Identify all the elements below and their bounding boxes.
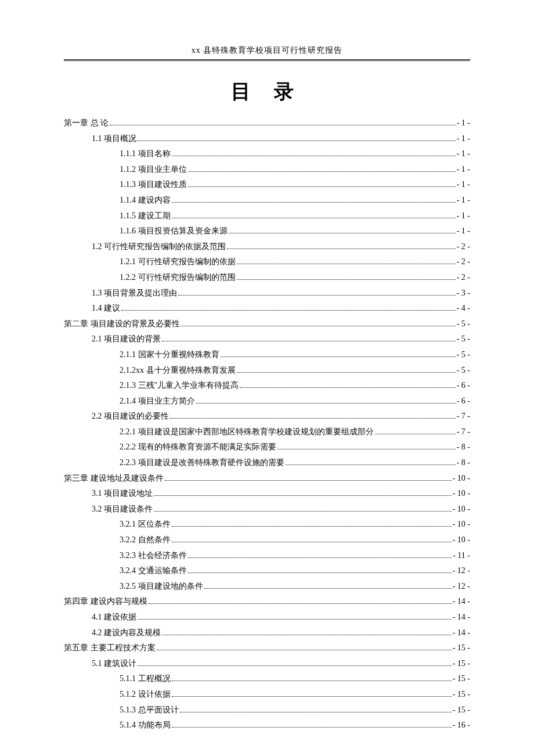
toc-leader-dots — [172, 727, 452, 728]
toc-entry-label: 5.1.3 总平面设计 — [120, 703, 179, 718]
toc-entry-page: - 14 - — [453, 625, 470, 641]
toc-entry-label: 第一章 总 论 — [64, 116, 109, 131]
toc-leader-dots — [240, 387, 455, 388]
toc-entry-label: 2.1.1 国家十分重视特殊教育 — [120, 347, 219, 363]
toc-leader-dots — [181, 326, 456, 326]
toc-entry: 2.1.2xx 县十分重视特殊教育发展- 5 - — [64, 363, 470, 379]
toc-entry-page: - 2 - — [457, 270, 470, 286]
toc-entry: 第五章 主要工程技术方案- 15 - — [64, 640, 470, 656]
toc-entry: 1.1.6 项目投资估算及资金来源- 1 - — [64, 224, 470, 239]
toc-leader-dots — [172, 526, 452, 527]
toc-leader-dots — [172, 681, 452, 681]
toc-leader-dots — [138, 619, 452, 620]
toc-entry-page: - 7 - — [457, 424, 470, 440]
toc-leader-dots — [188, 557, 452, 558]
toc-entry-page: - 15 - — [453, 687, 470, 703]
toc-entry-page: - 6 - — [457, 394, 470, 409]
toc-entry: 1.3 项目背景及提出理由- 3 - — [64, 286, 470, 301]
toc-leader-dots — [172, 696, 452, 697]
toc-leader-dots — [178, 295, 456, 296]
toc-entry-label: 4.2 建设内容及规模 — [92, 625, 161, 641]
toc-entry: 5.1 建筑设计- 15 - — [64, 656, 470, 672]
toc-entry: 1.4 建议- 4 - — [64, 301, 470, 316]
toc-entry-label: 5.1.1 工程概况 — [120, 671, 171, 687]
toc-entry: 2.2.2 现有的特殊教育资源不能满足实际需要- 8 - — [64, 440, 470, 455]
toc-entry-label: 5.1.2 设计依据 — [120, 687, 171, 703]
toc-leader-dots — [237, 279, 456, 280]
toc-entry-page: - 1 - — [457, 131, 470, 147]
toc-leader-dots — [196, 403, 456, 404]
toc-entry-page: - 5 - — [457, 347, 470, 363]
toc-leader-dots — [221, 357, 456, 357]
toc-entry-label: 2.1 项目建设的背景 — [92, 332, 161, 347]
toc-entry-page: - 15 - — [453, 703, 470, 718]
toc-entry: 1.2.2 可行性研究报告编制的范围- 2 - — [64, 270, 470, 286]
toc-entry: 3.1 项目建设地址- 10 - — [64, 486, 470, 502]
toc-entry-page: - 1 - — [457, 193, 470, 208]
toc-entry-page: - 5 - — [457, 332, 470, 347]
toc-entry-page: - 14 - — [453, 594, 470, 610]
toc-leader-dots — [165, 480, 452, 481]
toc-entry-page: - 10 - — [453, 486, 470, 502]
toc-entry-label: 1.4 建议 — [92, 301, 120, 316]
toc-entry-page: - 10 - — [453, 502, 470, 517]
toc-leader-dots — [172, 542, 452, 542]
toc-leader-dots — [162, 635, 452, 635]
toc-entry-page: - 4 - — [457, 301, 470, 316]
toc-entry-label: 4.1 建设依据 — [92, 610, 136, 625]
toc-leader-dots — [180, 712, 452, 712]
toc-entry-page: - 8 - — [457, 440, 470, 455]
toc-entry-page: - 12 - — [453, 563, 470, 579]
toc-leader-dots — [188, 573, 452, 573]
toc-entry-page: - 10 - — [453, 471, 470, 487]
toc-entry: 5.1.4 功能布局- 16 - — [64, 718, 470, 733]
toc-entry: 3.2 项目建设条件- 10 - — [64, 502, 470, 517]
toc-entry: 4.1 建设依据- 14 - — [64, 610, 470, 625]
toc-entry-page: - 1 - — [457, 208, 470, 224]
toc-entry: 3.2.5 项目建设地的条件- 12 - — [64, 579, 470, 595]
toc-leader-dots — [227, 249, 456, 249]
toc-entry-label: 1.3 项目背景及提出理由 — [92, 286, 177, 301]
doc-header: xx 县特殊教育学校项目可行性研究报告 — [64, 45, 470, 61]
toc-entry-page: - 1 - — [457, 162, 470, 178]
toc-entry: 第一章 总 论- 1 - — [64, 116, 470, 131]
toc-leader-dots — [172, 156, 456, 156]
toc-entry-label: 5.1 建筑设计 — [92, 656, 136, 672]
toc-leader-dots — [188, 186, 456, 187]
toc-entry-page: - 10 - — [453, 517, 470, 532]
toc-entry-label: 3.2.1 区位条件 — [120, 517, 171, 532]
toc-entry: 2.1 项目建设的背景- 5 - — [64, 332, 470, 347]
toc-entry: 2.1.1 国家十分重视特殊教育- 5 - — [64, 347, 470, 363]
toc-entry-page: - 15 - — [453, 671, 470, 687]
toc-entry-page: - 10 - — [453, 532, 470, 548]
toc-leader-dots — [375, 434, 456, 434]
toc-entry-label: 2.2.1 项目建设是国家中西部地区特殊教育学校建设规划的重要组成部分 — [120, 424, 374, 440]
toc-leader-dots — [154, 511, 452, 512]
toc-entry-label: 1.1.2 项目业主单位 — [120, 162, 187, 178]
toc-entry: 1.1.2 项目业主单位- 1 - — [64, 162, 470, 178]
toc-leader-dots — [286, 465, 456, 465]
toc-entry: 第二章 项目建设的背景及必要性- 5 - — [64, 316, 470, 332]
toc-entry-page: - 1 - — [457, 116, 470, 131]
toc-entry: 3.2.3 社会经济条件- 11 - — [64, 548, 470, 564]
toc-leader-dots — [204, 588, 452, 589]
toc-entry-label: 1.2.1 可行性研究报告编制的依据 — [120, 254, 236, 270]
toc-entry: 2.2.3 项目建设是改善特殊教育硬件设施的需要- 8 - — [64, 455, 470, 471]
toc-entry-label: 2.1.3 三残"儿童入学业率有待提高 — [120, 378, 239, 394]
toc-entry-label: 1.1 项目概况 — [92, 131, 136, 147]
toc-entry-page: - 14 - — [453, 610, 470, 625]
toc-entry: 4.2 建设内容及规模- 14 - — [64, 625, 470, 641]
toc-entry-label: 第三章 建设地址及建设条件 — [64, 471, 164, 487]
toc-entry: 3.2.1 区位条件- 10 - — [64, 517, 470, 532]
toc-entry: 1.1.1 项目名称- 1 - — [64, 146, 470, 162]
toc-entry-page: - 15 - — [453, 640, 470, 656]
toc-entry-label: 1.1.5 建设工期 — [120, 208, 171, 224]
toc-title: 目 录 — [64, 78, 470, 105]
toc-entry-page: - 12 - — [453, 579, 470, 595]
toc-entry-label: 第四章 建设内容与规模 — [64, 594, 147, 610]
toc-entry-page: - 15 - — [453, 656, 470, 672]
toc-entry-page: - 7 - — [457, 409, 470, 424]
toc-entry-label: 1.1.6 项目投资估算及资金来源 — [120, 224, 228, 239]
toc-entry-label: 第二章 项目建设的背景及必要性 — [64, 316, 180, 332]
toc-entry-label: 2.1.4 项目业主方简介 — [120, 394, 195, 409]
